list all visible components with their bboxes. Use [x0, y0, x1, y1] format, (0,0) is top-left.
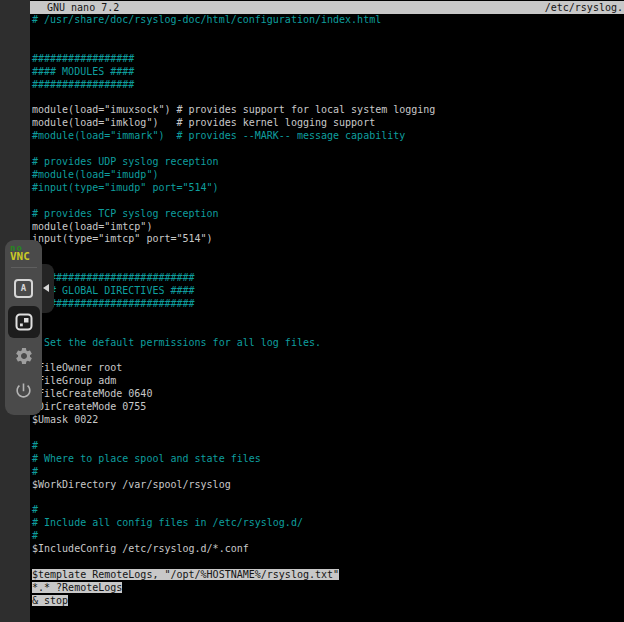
editor-line: $template RemoteLogs, "/opt/%HOSTNAME%/r…	[32, 569, 622, 582]
editor-line: $FileOwner root	[32, 362, 622, 375]
editor-line: module(load="imklog") # provides kernel …	[32, 117, 622, 130]
editor-line: module(load="imtcp")	[32, 221, 622, 234]
clipboard-button[interactable]: A	[8, 272, 40, 304]
vnc-control-panel: no VNC A	[5, 240, 42, 415]
editor-line: $DirCreateMode 0755	[32, 401, 622, 414]
editor-line	[32, 556, 622, 569]
editor-line: #	[32, 466, 622, 479]
editor-line: input(type="imtcp" port="514")	[32, 233, 622, 246]
editor-line: *.* ?RemoteLogs	[32, 582, 622, 595]
nano-titlebar: GNU nano 7.2 /etc/rsyslog.	[30, 1, 624, 14]
editor-line: # Set the default permissions for all lo…	[32, 337, 622, 350]
editor-line: $Umask 0022	[32, 414, 622, 427]
editor-line: #################	[32, 53, 622, 66]
editor-line: #	[32, 530, 622, 543]
editor-line	[32, 27, 622, 40]
editor-line: $FileCreateMode 0640	[32, 388, 622, 401]
fullscreen-icon	[15, 313, 33, 331]
novnc-screen: GNU nano 7.2 /etc/rsyslog. # /usr/share/…	[0, 0, 624, 622]
power-icon	[14, 381, 33, 400]
editor-line	[32, 195, 622, 208]
settings-gear-icon	[14, 346, 34, 366]
settings-button[interactable]	[8, 340, 40, 372]
editor-line: #	[32, 440, 622, 453]
editor-line: #module(load="imudp")	[32, 169, 622, 182]
editor-line: #	[32, 324, 622, 337]
open-file-path: /etc/rsyslog.	[545, 1, 624, 14]
editor-line: # provides TCP syslog reception	[32, 208, 622, 221]
panel-divider	[11, 267, 37, 268]
editor-line: # Include all config files in /etc/rsysl…	[32, 517, 622, 530]
editor-line: module(load="imuxsock") # provides suppo…	[32, 104, 622, 117]
editor-line: $IncludeConfig /etc/rsyslog.d/*.conf	[32, 543, 622, 556]
editor-line: $FileGroup adm	[32, 375, 622, 388]
nano-version-label: GNU nano 7.2	[30, 1, 119, 14]
clipboard-icon: A	[14, 279, 33, 298]
editor-line: & stop	[32, 595, 622, 608]
editor-line	[32, 311, 622, 324]
terminal-window[interactable]: GNU nano 7.2 /etc/rsyslog. # /usr/share/…	[30, 0, 624, 622]
editor-line: #	[32, 504, 622, 517]
editor-line	[32, 91, 622, 104]
fullscreen-button[interactable]	[8, 306, 40, 338]
editor-line	[32, 492, 622, 505]
editor-line: # /usr/share/doc/rsyslog-doc/html/config…	[32, 14, 622, 27]
editor-line: #	[32, 350, 622, 363]
editor-line: ###########################	[32, 298, 622, 311]
editor-line	[32, 427, 622, 440]
editor-line: # Where to place spool and state files	[32, 453, 622, 466]
editor-line: #### MODULES ####	[32, 66, 622, 79]
editor-line: ###########################	[32, 272, 622, 285]
power-button[interactable]	[8, 374, 40, 406]
editor-line: # provides UDP syslog reception	[32, 156, 622, 169]
editor-line	[32, 246, 622, 259]
editor-line	[32, 40, 622, 53]
editor-line: #################	[32, 79, 622, 92]
editor-line: $WorkDirectory /var/spool/rsyslog	[32, 479, 622, 492]
editor-line: #### GLOBAL DIRECTIVES ####	[32, 285, 622, 298]
editor-line	[32, 143, 622, 156]
editor-content[interactable]: # /usr/share/doc/rsyslog-doc/html/config…	[32, 14, 622, 608]
editor-line: #input(type="imudp" port="514")	[32, 182, 622, 195]
novnc-logo-vnc: VNC	[10, 252, 37, 262]
editor-line: #module(load="immark") # provides --MARK…	[32, 130, 622, 143]
editor-line	[32, 259, 622, 272]
clipboard-letter: A	[21, 284, 26, 293]
chevron-left-icon	[43, 284, 49, 292]
novnc-logo: no VNC	[10, 244, 37, 262]
